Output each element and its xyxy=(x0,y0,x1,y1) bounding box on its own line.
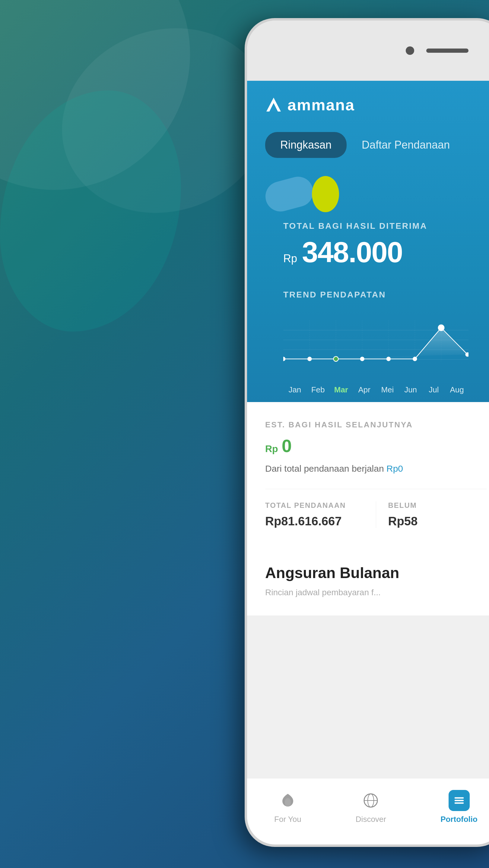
month-aug: Aug xyxy=(445,385,468,395)
svg-marker-12 xyxy=(283,328,467,359)
month-jun: Jun xyxy=(399,385,422,395)
bottom-nav: For You Discover xyxy=(247,778,489,844)
svg-point-13 xyxy=(283,357,285,361)
est-currency: Rp xyxy=(265,443,278,455)
svg-point-16 xyxy=(360,357,364,361)
tab-ringkasan[interactable]: Ringkasan xyxy=(265,132,347,158)
trend-chart-section: TREND PENDAPATAN xyxy=(265,281,487,402)
month-jan: Jan xyxy=(283,385,307,395)
blob-blue xyxy=(262,173,316,215)
app-logo-text: ammana xyxy=(287,96,355,114)
nav-discover-label: Discover xyxy=(356,815,386,824)
total-amount-value: 348.000 xyxy=(302,236,402,269)
nav-discover[interactable]: Discover xyxy=(356,790,386,824)
svg-point-14 xyxy=(308,357,312,361)
phone-frame: ammana Ringkasan Daftar Pendanaan TOTAL … xyxy=(244,18,489,847)
svg-point-17 xyxy=(387,357,391,361)
discover-icon xyxy=(360,790,381,811)
phone-top-bar xyxy=(247,21,489,81)
trend-label: TREND PENDAPATAN xyxy=(283,290,468,300)
tab-daftar[interactable]: Daftar Pendanaan xyxy=(347,132,465,158)
nav-portofolio-label: Portofolio xyxy=(440,815,478,824)
stat-total-pendanaan: TOTAL PENDANAAN Rp81.616.667 xyxy=(265,501,376,528)
est-desc-text: Dari total pendanaan berjalan xyxy=(265,464,384,473)
svg-rect-26 xyxy=(454,800,464,801)
stat-belum-label: BELUM xyxy=(388,501,487,510)
front-camera xyxy=(406,46,414,55)
month-feb: Feb xyxy=(307,385,330,395)
svg-point-20 xyxy=(465,352,468,356)
est-amount-value: 0 xyxy=(282,435,292,456)
nav-portofolio[interactable]: Portofolio xyxy=(440,790,478,824)
total-label: TOTAL BAGI HASIL DITERIMA xyxy=(283,221,468,231)
app-header: ammana Ringkasan Daftar Pendanaan TOTAL … xyxy=(247,81,489,402)
blob-yellow xyxy=(312,176,339,212)
stats-row: TOTAL PENDANAAN Rp81.616.667 BELUM Rp58 xyxy=(265,489,487,528)
white-content-section: EST. BAGI HASIL SELANJUTNYA Rp 0 Dari to… xyxy=(247,402,489,564)
total-bagi-hasil-section: TOTAL BAGI HASIL DITERIMA Rp 348.000 xyxy=(265,221,487,281)
svg-point-15 xyxy=(333,356,338,361)
svg-point-18 xyxy=(413,357,417,361)
est-amount-row: Rp 0 xyxy=(265,435,487,456)
chart-months: Jan Feb Mar Apr Mei Jun Jul Aug xyxy=(283,385,468,395)
for-you-icon xyxy=(277,790,298,811)
chart-area: Jan Feb Mar Apr Mei Jun Jul Aug xyxy=(283,309,468,387)
stat-belum: BELUM Rp58 xyxy=(376,501,487,528)
est-description: Dari total pendanaan berjalan Rp0 xyxy=(265,464,487,474)
portofolio-icon xyxy=(449,790,470,811)
svg-rect-27 xyxy=(454,802,464,804)
phone-speaker xyxy=(426,49,468,53)
stat-total-label: TOTAL PENDANAAN xyxy=(265,501,364,510)
month-mei: Mei xyxy=(376,385,399,395)
nav-for-you[interactable]: For You xyxy=(274,790,301,824)
amount-row: Rp 348.000 xyxy=(283,236,468,269)
logo-row: ammana xyxy=(265,96,487,114)
phone-screen: ammana Ringkasan Daftar Pendanaan TOTAL … xyxy=(247,21,489,844)
tabs-row: Ringkasan Daftar Pendanaan xyxy=(265,132,487,158)
svg-rect-25 xyxy=(454,797,464,799)
stat-belum-value: Rp58 xyxy=(388,515,487,528)
angsuran-section: Angsuran Bulanan Rincian jadwal pembayar… xyxy=(247,564,489,615)
app-content: ammana Ringkasan Daftar Pendanaan TOTAL … xyxy=(247,81,489,844)
month-apr: Apr xyxy=(353,385,376,395)
svg-point-21 xyxy=(285,798,291,807)
angsuran-title: Angsuran Bulanan xyxy=(265,564,487,582)
est-label: EST. BAGI HASIL SELANJUTNYA xyxy=(265,420,487,430)
decorative-blobs xyxy=(265,173,487,215)
est-highlight: Rp0 xyxy=(386,464,403,473)
logo-icon xyxy=(265,96,282,113)
nav-for-you-label: For You xyxy=(274,815,301,824)
stat-total-value: Rp81.616.667 xyxy=(265,515,364,528)
currency-label: Rp xyxy=(283,252,297,265)
trend-chart-svg xyxy=(283,309,468,381)
svg-point-19 xyxy=(438,325,444,331)
month-jul: Jul xyxy=(422,385,445,395)
month-mar: Mar xyxy=(330,385,353,395)
angsuran-subtitle: Rincian jadwal pembayaran f... xyxy=(265,588,487,597)
